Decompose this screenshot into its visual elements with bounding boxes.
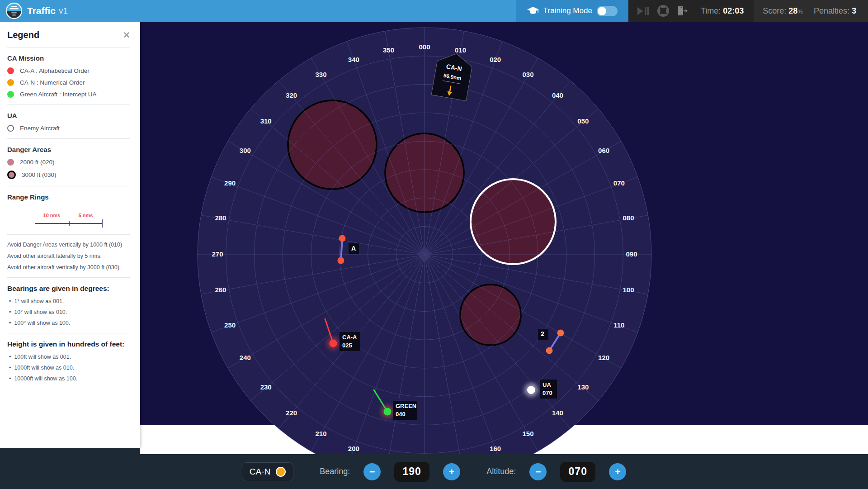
score-stat: Score:28% xyxy=(763,6,803,16)
selected-aircraft-chip[interactable]: CA-N xyxy=(242,462,293,481)
ca-mission-item-0: CA-A : Alphabetical Order xyxy=(7,67,130,74)
play-pause-button[interactable] xyxy=(637,7,649,15)
ua-item-0-swatch-icon xyxy=(7,125,14,132)
compass-label-270: 270 xyxy=(212,250,223,258)
help-lifebuoy-button[interactable] xyxy=(657,5,669,17)
bearing-decrease-button[interactable]: − xyxy=(363,463,381,480)
time-value: 02:03 xyxy=(723,6,744,15)
compass-label-150: 150 xyxy=(522,430,533,437)
selected-aircraft-color-dot xyxy=(276,467,286,477)
danger-area-circle-2 xyxy=(471,179,556,264)
danger-area-item-1: 3000 ft (030) xyxy=(7,171,130,179)
svg-text:CA-A: CA-A xyxy=(342,334,357,341)
range-ring-scale xyxy=(35,219,103,228)
bearing-bullet-2: 100° will show as 100. xyxy=(14,320,70,326)
compass-label-030: 030 xyxy=(522,71,533,78)
danger-area-item-0-label: 2000 ft (020) xyxy=(20,159,55,166)
penalties-label: Penalties: xyxy=(814,6,849,15)
compass-label-210: 210 xyxy=(315,430,326,437)
aircraft-ua-label: UA070 xyxy=(540,380,557,399)
close-legend-button[interactable]: ✕ xyxy=(123,30,130,40)
aircraft-ca-a-label: CA-A025 xyxy=(340,332,360,351)
compass-label-110: 110 xyxy=(613,321,624,329)
app-title: Traffic xyxy=(27,5,56,16)
exit-door-icon xyxy=(677,6,688,16)
compass-label-090: 090 xyxy=(626,250,637,258)
ca-mission-item-0-label: CA-A : Alphabetical Order xyxy=(20,67,90,74)
ca-mission-item-2-swatch-icon xyxy=(7,91,14,98)
svg-text:A: A xyxy=(351,245,356,252)
compass-label-230: 230 xyxy=(260,383,272,391)
score-unit: % xyxy=(797,8,803,15)
compass-label-080: 080 xyxy=(623,214,634,222)
compass-label-320: 320 xyxy=(286,91,297,99)
range-ring-10nm-label: 10 nms xyxy=(35,213,69,218)
compass-label-010: 010 xyxy=(455,46,466,54)
compass-label-350: 350 xyxy=(383,46,394,54)
svg-text:025: 025 xyxy=(342,342,352,349)
ua-item-0: Enemy Aircraft xyxy=(7,125,130,132)
altitude-decrease-button[interactable]: − xyxy=(529,463,547,480)
svg-text:070: 070 xyxy=(542,389,552,396)
compass-label-340: 340 xyxy=(348,56,359,63)
lifebuoy-icon xyxy=(657,5,669,17)
compass-label-280: 280 xyxy=(215,214,226,222)
score-value: 28 xyxy=(788,6,797,15)
bearing-bullet-1: 10° will show as 010. xyxy=(14,309,67,315)
app-logo-icon xyxy=(5,2,23,19)
range-ring-5nm-label: 5 nms xyxy=(69,213,103,218)
app-version: v1 xyxy=(59,6,68,16)
penalties-value: 3 xyxy=(852,6,856,15)
compass-label-330: 330 xyxy=(315,71,326,78)
ua-heading: UA xyxy=(7,112,130,119)
height-bullet-row-1: 1000ft will show as 010. xyxy=(9,365,130,371)
bearing-bullet-row-1: 10° will show as 010. xyxy=(9,309,130,315)
compass-label-000: 000 xyxy=(419,43,430,51)
svg-text:2: 2 xyxy=(541,330,544,337)
compass-label-060: 060 xyxy=(598,147,609,154)
aircraft-a-label: A xyxy=(349,243,359,254)
close-icon: ✕ xyxy=(123,30,130,40)
compass-label-250: 250 xyxy=(224,321,236,329)
control-bar: CA-N Bearing: − 190 + Altitude: − 070 + xyxy=(0,454,868,489)
svg-text:UA: UA xyxy=(542,381,551,388)
height-bullets: 100ft will show as 001.1000ft will show … xyxy=(7,354,130,382)
ca-mission-heading: CA Mission xyxy=(7,54,130,62)
compass-label-260: 260 xyxy=(215,286,226,294)
legend-sidebar: Legend ✕ CA Mission CA-A : Alphabetical … xyxy=(0,22,140,448)
bearing-increase-button[interactable]: + xyxy=(443,463,460,480)
graduation-cap-icon xyxy=(527,7,539,15)
penalties-stat: Penalties:3 xyxy=(814,6,856,16)
height-bullet-row-0: 100ft will show as 001. xyxy=(9,354,130,360)
altitude-increase-button[interactable]: + xyxy=(609,463,626,480)
bearing-label: Bearing: xyxy=(320,467,350,476)
bearing-bullet-row-2: 100° will show as 100. xyxy=(9,320,130,326)
danger-area-circle-3 xyxy=(460,285,521,345)
avoid-rules: Avoid Danger Areas vertically by 1000 ft… xyxy=(7,242,130,271)
aircraft-marker-ua[interactable] xyxy=(524,383,538,397)
ca-mission-item-2: Green Aircraft : Intercept UA xyxy=(7,91,130,98)
compass-label-040: 040 xyxy=(552,91,563,99)
time-label: Time: xyxy=(701,6,721,15)
training-mode-section: Training Mode xyxy=(516,0,628,22)
selected-aircraft-label: CA-N xyxy=(250,467,270,477)
legend-title: Legend xyxy=(7,30,39,40)
compass-label-290: 290 xyxy=(224,179,236,187)
heights-heading: Height is given in hundreds of feet: xyxy=(7,340,130,348)
compass-label-020: 020 xyxy=(490,56,501,63)
topbar-dark-section: Time:02:03 xyxy=(628,0,754,22)
training-mode-toggle[interactable] xyxy=(597,6,618,16)
radar-display[interactable]: A2CA-A025GREEN040UA070000010020030040050… xyxy=(140,22,868,489)
compass-label-100: 100 xyxy=(623,286,634,294)
compass-label-140: 140 xyxy=(552,409,563,417)
bearing-value: 190 xyxy=(394,462,429,482)
bearing-bullet-0: 1° will show as 001. xyxy=(14,298,64,304)
compass-label-050: 050 xyxy=(577,117,589,125)
svg-text:GREEN: GREEN xyxy=(396,403,416,409)
avoid-rule-2: Avoid other aircraft vertically by 3000 … xyxy=(7,264,130,271)
ca-mission-item-1: CA-N : Numerical Order xyxy=(7,79,130,86)
danger-areas-heading: Danger Areas xyxy=(7,146,130,153)
exit-button[interactable] xyxy=(677,6,688,16)
ua-items: Enemy Aircraft xyxy=(7,125,130,132)
ca-mission-item-2-label: Green Aircraft : Intercept UA xyxy=(20,91,97,98)
